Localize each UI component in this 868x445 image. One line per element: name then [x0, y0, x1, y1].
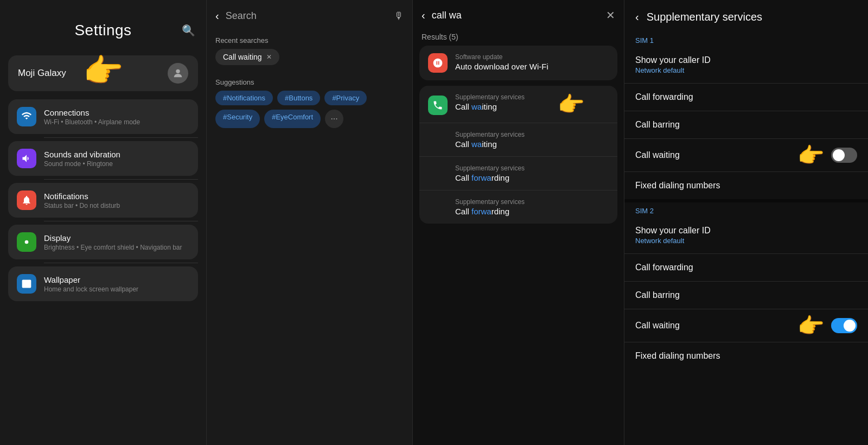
fixed-dialing-sim1-title: Fixed dialing numbers	[635, 181, 720, 190]
supplementary-panel: ‹ Supplementary services SIM 1 Show your…	[624, 0, 868, 445]
user-name: Moji Galaxy	[18, 68, 66, 79]
results-panel: ‹ ✕ Results (5) Software update Auto dow…	[412, 0, 624, 445]
suggestion-chip-privacy[interactable]: #Privacy	[324, 91, 367, 105]
pointer-finger-icon: 👉	[83, 52, 124, 90]
call-waiting-sim2-title: Call waiting	[635, 321, 680, 330]
pointer-finger-icon: 👉	[558, 92, 585, 117]
fixed-dialing-sim2-title: Fixed dialing numbers	[635, 351, 720, 361]
call-waiting-sim1-toggle[interactable]	[831, 148, 857, 163]
supp-item-call-barring-sim2[interactable]: Call barring	[624, 281, 868, 309]
pointer-finger-icon: 👉	[797, 143, 825, 168]
back-button[interactable]: ‹	[215, 10, 219, 22]
caller-id-sim1-text: Show your caller ID Network default	[635, 55, 711, 74]
wallpaper-title: Wallpaper	[44, 275, 138, 284]
caller-id-sim1-title: Show your caller ID	[635, 55, 711, 65]
software-update-icon	[428, 53, 448, 73]
call-forwarding-sim2-text: Call forwarding	[635, 263, 693, 272]
more-suggestions-button[interactable]: ···	[325, 110, 343, 128]
suggestion-chip-buttons[interactable]: #Buttons	[277, 91, 320, 105]
settings-list: Connections Wi-Fi • Bluetooth • Airplane…	[0, 99, 206, 301]
supp-item-call-barring-sim1[interactable]: Call barring	[624, 111, 868, 138]
suggestion-chip-security[interactable]: #Security	[215, 110, 260, 128]
display-text: Display Brightness • Eye comfort shield …	[44, 233, 182, 251]
svg-point-1	[25, 240, 29, 244]
chip-label: #Notifications	[223, 94, 265, 102]
suggestion-chip-eyecomfort[interactable]: #EyeComfort	[264, 110, 321, 128]
supp-back-button[interactable]: ‹	[635, 11, 639, 23]
search-panel: ‹ 🎙 Recent searches Call waiting ✕ Sugge…	[206, 0, 412, 445]
sim2-label: SIM 2	[624, 202, 868, 217]
pointer-finger-icon: 👉	[797, 313, 825, 339]
chip-remove-icon[interactable]: ✕	[266, 53, 272, 61]
svg-point-0	[176, 69, 180, 73]
result-parent-label: Software update	[455, 53, 548, 61]
list-item[interactable]: Supplementary services Call waiting	[419, 123, 617, 156]
mic-icon[interactable]: 🎙	[394, 10, 404, 22]
results-back-button[interactable]: ‹	[422, 9, 425, 22]
call-forwarding-1-text: Supplementary services Call forwarding	[455, 164, 525, 182]
notifications-text: Notifications Status bar • Do not distur…	[44, 192, 120, 209]
settings-title: Settings	[74, 22, 131, 39]
result-title: Auto download over Wi-Fi	[455, 62, 548, 71]
supp-item-call-forwarding-sim1[interactable]: Call forwarding	[624, 83, 868, 111]
supp-item-fixed-dialing-sim1[interactable]: Fixed dialing numbers	[624, 171, 868, 199]
connections-subtitle: Wi-Fi • Bluetooth • Airplane mode	[44, 118, 140, 126]
call-waiting-sim2-toggle[interactable]	[831, 318, 857, 333]
results-search-input[interactable]	[432, 10, 599, 21]
divider	[44, 263, 198, 263]
avatar[interactable]	[168, 63, 188, 84]
supp-item-call-forwarding-sim2[interactable]: Call forwarding	[624, 253, 868, 281]
list-item[interactable]: Supplementary services Call forwarding	[419, 156, 617, 190]
suggestion-chip-notifications[interactable]: #Notifications	[215, 91, 273, 105]
settings-header: 👉 Settings 🔍	[0, 0, 206, 50]
close-icon[interactable]: ✕	[606, 9, 615, 22]
sidebar-item-notifications[interactable]: Notifications Status bar • Do not distur…	[8, 183, 198, 218]
call-waiting-sim1-text: Call waiting	[635, 150, 680, 160]
sounds-subtitle: Sound mode • Ringtone	[44, 160, 120, 168]
call-forwarding-sim1-title: Call forwarding	[635, 92, 693, 102]
caller-id-sim2-title: Show your caller ID	[635, 226, 711, 236]
search-icon[interactable]: 🔍	[182, 24, 195, 37]
call-forwarding-2-text: Supplementary services Call forwarding	[455, 198, 525, 216]
result-title-callwaiting2: Call waiting	[455, 139, 525, 149]
notifications-icon	[17, 190, 36, 210]
notifications-title: Notifications	[44, 192, 120, 201]
result-card-software: Software update Auto download over Wi-Fi	[419, 46, 617, 80]
result-parent-label: Supplementary services	[455, 198, 525, 206]
sidebar-item-connections[interactable]: Connections Wi-Fi • Bluetooth • Airplane…	[8, 99, 198, 134]
call-waiting-sim2-text: Call waiting	[635, 321, 680, 330]
supp-item-fixed-dialing-sim2[interactable]: Fixed dialing numbers	[624, 342, 868, 370]
list-item[interactable]: Supplementary services Call forwarding	[419, 190, 617, 224]
caller-id-sim2-subtitle: Network default	[635, 237, 711, 245]
sidebar-item-wallpaper[interactable]: Wallpaper Home and lock screen wallpaper	[8, 266, 198, 301]
result-parent-label: Supplementary services	[455, 164, 525, 172]
wallpaper-text: Wallpaper Home and lock screen wallpaper	[44, 275, 138, 293]
sidebar-item-display[interactable]: Display Brightness • Eye comfort shield …	[8, 225, 198, 259]
supp-page-title: Supplementary services	[647, 11, 762, 23]
search-input[interactable]	[226, 10, 387, 22]
supp-item-caller-id-sim1[interactable]: Show your caller ID Network default	[624, 47, 868, 83]
call-forwarding-sim1-text: Call forwarding	[635, 92, 693, 102]
call-waiting-sim1-title: Call waiting	[635, 150, 680, 160]
recent-chip-call-waiting[interactable]: Call waiting ✕	[215, 49, 279, 65]
list-item[interactable]: Software update Auto download over Wi-Fi	[419, 46, 617, 80]
chip-label: #Privacy	[332, 94, 359, 102]
supp-item-call-waiting-sim2[interactable]: Call waiting 👉	[624, 309, 868, 342]
recent-label: Recent searches	[207, 32, 412, 49]
search-topbar: ‹ 🎙	[207, 0, 412, 32]
wallpaper-icon	[17, 274, 36, 294]
call-barring-sim1-title: Call barring	[635, 120, 680, 130]
sidebar-item-sounds[interactable]: Sounds and vibration Sound mode • Ringto…	[8, 141, 198, 176]
recent-chips: Call waiting ✕	[207, 49, 412, 74]
divider	[44, 179, 198, 180]
display-title: Display	[44, 233, 182, 243]
result-parent-label: Supplementary services	[455, 93, 525, 101]
chip-label: #Buttons	[285, 94, 312, 102]
supp-item-caller-id-sim2[interactable]: Show your caller ID Network default	[624, 217, 868, 253]
settings-panel: 👉 Settings 🔍 Moji Galaxy Connections Wi-…	[0, 0, 206, 445]
suggestions-label: Suggestions	[207, 74, 412, 91]
supp-item-call-waiting-sim1[interactable]: Call waiting 👉	[624, 138, 868, 171]
software-item-text: Software update Auto download over Wi-Fi	[455, 53, 548, 71]
display-subtitle: Brightness • Eye comfort shield • Naviga…	[44, 244, 182, 251]
list-item[interactable]: Supplementary services Call waiting 👉	[419, 86, 617, 123]
